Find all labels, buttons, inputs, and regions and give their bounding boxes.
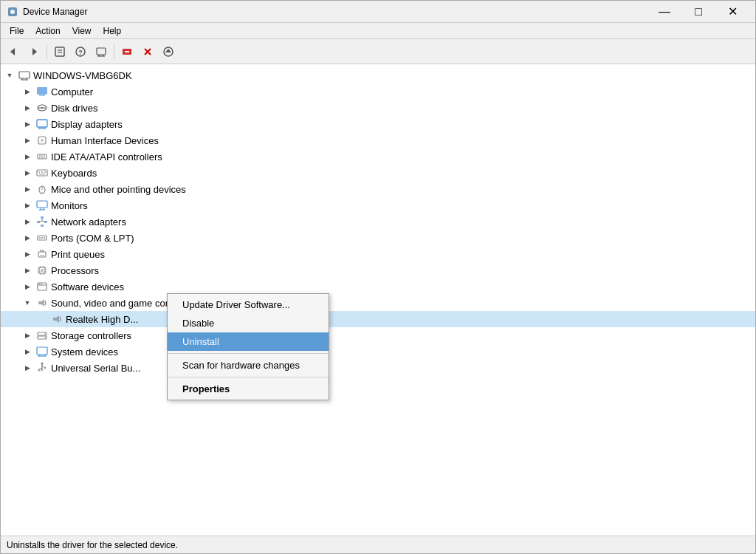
tree-item-mice[interactable]: ▶ Mice and other pointing devices (1, 181, 755, 197)
network-icon (35, 215, 49, 228)
tree-root[interactable]: ▼ WINDOWS-VMBG6DK (1, 67, 755, 83)
root-label: WINDOWS-VMBG6DK (33, 70, 132, 81)
menu-help[interactable]: Help (97, 24, 128, 38)
print-expand[interactable]: ▶ (21, 248, 33, 260)
svg-rect-41 (44, 171, 46, 173)
software-expand[interactable]: ▶ (21, 281, 33, 293)
root-expand[interactable]: ▼ (4, 69, 16, 81)
svg-marker-3 (32, 48, 37, 55)
svg-rect-9 (97, 48, 106, 55)
menu-view[interactable]: View (66, 24, 97, 38)
tree-item-keyboard[interactable]: ▶ Keyboards (1, 165, 755, 181)
properties-button[interactable] (50, 42, 69, 61)
processors-expand[interactable]: ▶ (21, 264, 33, 276)
tree-item-realtek[interactable]: ▶ Realtek High D... (1, 311, 755, 327)
mice-expand[interactable]: ▶ (21, 183, 33, 195)
network-expand[interactable]: ▶ (21, 216, 33, 228)
processors-icon (35, 264, 49, 277)
tree-item-sound[interactable]: ▼ Sound, video and game controllers (1, 295, 755, 311)
disk-label: Disk drives (51, 103, 98, 114)
tree-item-network[interactable]: ▶ Network adapters (1, 213, 755, 230)
ports-label: Ports (COM & LPT) (51, 233, 134, 244)
ctx-separator (168, 353, 329, 354)
storage-expand[interactable]: ▶ (21, 329, 33, 341)
tree-item-processors[interactable]: ▶ Processors (1, 262, 755, 278)
processors-label: Processors (51, 265, 99, 276)
back-button[interactable] (4, 42, 23, 61)
svg-text:?: ? (78, 49, 83, 56)
ctx-properties[interactable]: Properties (168, 380, 329, 398)
tree-item-system[interactable]: ▶ System devices (1, 343, 755, 360)
usb-icon (35, 361, 49, 375)
hid-expand[interactable]: ▶ (21, 134, 33, 146)
menu-action[interactable]: Action (30, 24, 66, 38)
computer-label: Computer (51, 86, 93, 98)
monitors-icon (35, 199, 49, 212)
realtek-label: Realtek High D... (66, 314, 138, 325)
storage-icon (35, 329, 49, 342)
system-expand[interactable]: ▶ (21, 346, 33, 358)
menu-bar: File Action View Help (1, 23, 755, 39)
monitors-expand[interactable]: ▶ (21, 199, 33, 211)
svg-rect-39 (38, 171, 40, 173)
svg-rect-19 (19, 72, 30, 78)
keyboard-label: Keyboards (51, 168, 97, 179)
tree-item-storage[interactable]: ▶ Storage controllers (1, 327, 755, 343)
menu-file[interactable]: File (4, 24, 30, 38)
context-menu: Update Driver Software... Disable Uninst… (167, 293, 329, 400)
tree-item-usb[interactable]: ▶ Universal Serial Bu... (1, 360, 755, 376)
svg-rect-23 (37, 87, 47, 95)
ctx-disable[interactable]: Disable (168, 314, 329, 332)
minimize-button[interactable]: — (647, 1, 681, 23)
update-button[interactable] (159, 42, 178, 61)
system-label: System devices (51, 346, 118, 358)
svg-rect-53 (41, 225, 44, 227)
tree-item-ide[interactable]: ▶ IDE ATA/ATAPI controllers (1, 148, 755, 165)
usb-expand[interactable]: ▶ (21, 362, 33, 374)
maximize-button[interactable]: □ (681, 1, 715, 23)
uninstall-button[interactable] (117, 42, 137, 61)
storage-label: Storage controllers (51, 330, 131, 341)
hid-label: Human Interface Devices (51, 135, 159, 146)
svg-marker-79 (53, 315, 59, 323)
tree-item-computer[interactable]: ▶ Computer (1, 83, 755, 100)
device-tree[interactable]: ▼ WINDOWS-VMBG6DK ▶ Computer ▶ Disk driv… (1, 64, 755, 536)
svg-point-1 (10, 10, 15, 14)
display-expand[interactable]: ▶ (21, 118, 33, 130)
svg-marker-18 (165, 49, 171, 52)
tree-item-ports[interactable]: ▶ Ports (COM & LPT) (1, 230, 755, 246)
forward-button[interactable] (24, 42, 44, 61)
mice-label: Mice and other pointing devices (51, 184, 186, 195)
delete-button[interactable] (138, 42, 157, 61)
disk-expand[interactable]: ▶ (21, 102, 33, 114)
tree-item-disk[interactable]: ▶ Disk drives (1, 100, 755, 116)
ctx-uninstall[interactable]: Uninstall (168, 332, 329, 351)
scan-button[interactable] (92, 42, 111, 61)
svg-point-83 (44, 337, 46, 338)
svg-point-89 (41, 363, 44, 365)
root-icon (18, 69, 31, 82)
tree-item-display[interactable]: ▶ Display adapters (1, 116, 755, 132)
computer-expand[interactable]: ▶ (21, 86, 33, 98)
tree-item-hid[interactable]: ▶ Human Interface Devices (1, 132, 755, 148)
ctx-scan[interactable]: Scan for hardware changes (168, 356, 329, 375)
ctx-update-driver[interactable]: Update Driver Software... (168, 295, 329, 314)
hid-icon (35, 134, 49, 147)
title-bar: Device Manager — □ ✕ (1, 1, 755, 23)
help-button[interactable]: ? (71, 42, 90, 61)
svg-rect-4 (55, 47, 64, 56)
sound-expand[interactable]: ▼ (21, 297, 33, 309)
app-icon (7, 6, 18, 18)
ide-expand[interactable]: ▶ (21, 151, 33, 163)
software-icon (35, 280, 49, 293)
ports-expand[interactable]: ▶ (21, 232, 33, 244)
svg-rect-65 (41, 269, 44, 272)
svg-rect-62 (40, 250, 44, 252)
tree-item-monitors[interactable]: ▶ Monitors (1, 197, 755, 213)
keyboard-expand[interactable]: ▶ (21, 167, 33, 179)
svg-rect-91 (44, 367, 46, 369)
close-button[interactable]: ✕ (715, 1, 749, 23)
tree-item-print[interactable]: ▶ Print queues (1, 246, 755, 262)
tree-item-software[interactable]: ▶ Software devices (1, 278, 755, 295)
svg-point-27 (41, 107, 44, 109)
